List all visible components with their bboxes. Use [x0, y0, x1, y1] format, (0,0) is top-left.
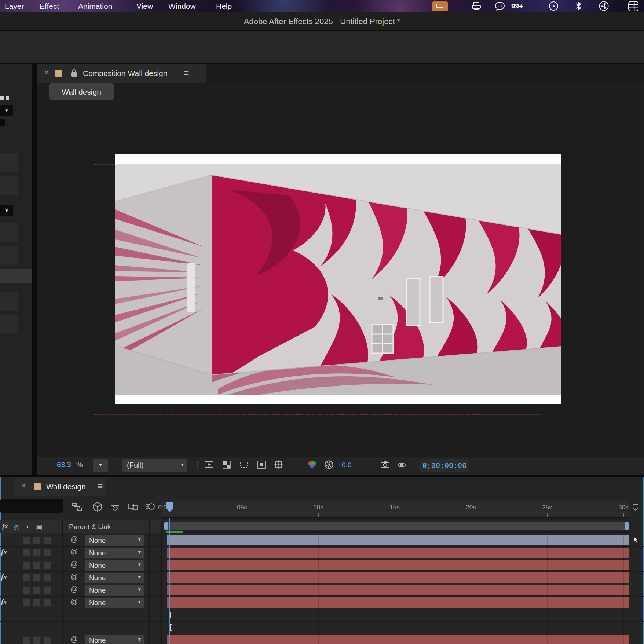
layer-switch[interactable] [33, 561, 41, 569]
parent-link-dropdown[interactable]: None ▾ [84, 635, 144, 644]
transparency-grid-icon[interactable] [222, 460, 231, 469]
rendered-frames-bar [166, 531, 183, 533]
marker-bin-icon[interactable] [632, 503, 640, 511]
trackmatte-column-icon[interactable]: ◑ [25, 523, 29, 531]
layer-switch[interactable] [33, 599, 41, 607]
close-icon[interactable]: × [44, 67, 49, 77]
text-cursor-icon[interactable] [168, 624, 173, 631]
pickwhip-icon[interactable]: @ [70, 548, 78, 556]
parent-link-dropdown[interactable]: None ▾ [84, 572, 144, 583]
comp-name-chip[interactable]: Wall design [49, 83, 114, 100]
parent-link-dropdown[interactable]: None ▾ [84, 535, 144, 546]
parent-link-dropdown[interactable]: None ▾ [84, 548, 144, 559]
frame-blending-icon[interactable] [128, 502, 138, 512]
panel-menu-icon[interactable]: ≡ [183, 67, 189, 78]
layer-switch[interactable] [23, 537, 30, 544]
layer-switch[interactable] [23, 599, 30, 607]
work-area-end-handle[interactable] [625, 522, 629, 530]
layer-switch[interactable] [33, 549, 41, 557]
composition-viewport[interactable] [115, 154, 561, 404]
snapshot-camera-icon[interactable] [380, 460, 390, 469]
layer-switch[interactable] [43, 537, 51, 544]
region-of-interest-icon[interactable] [239, 460, 249, 469]
blend-column-icon[interactable]: ◎ [14, 523, 20, 531]
zoom-dropdown[interactable]: ▾ [93, 459, 108, 472]
threed-column-icon[interactable]: ▣ [36, 523, 42, 531]
comp-mini-flowchart-icon[interactable] [72, 502, 82, 512]
layer-duration-bar[interactable] [167, 572, 629, 583]
fast-previews-icon[interactable] [204, 460, 214, 469]
parent-link-dropdown[interactable]: None ▾ [84, 597, 144, 608]
menu-layer[interactable]: Layer [5, 0, 24, 12]
collapsed-dropdown[interactable]: ▾ [0, 105, 13, 116]
show-snapshot-icon[interactable] [397, 460, 406, 469]
layer-switch[interactable] [23, 586, 30, 594]
layer-switch[interactable] [33, 586, 41, 594]
text-cursor-icon[interactable] [168, 611, 173, 619]
panel-row-selected[interactable] [0, 269, 32, 283]
printer-icon[interactable] [472, 2, 481, 10]
layer-switch[interactable] [43, 599, 51, 607]
bluetooth-icon[interactable] [574, 1, 583, 11]
work-area-start-handle[interactable] [164, 522, 168, 530]
layer-switch[interactable] [23, 636, 30, 644]
layer-switch[interactable] [33, 636, 41, 644]
menu-help[interactable]: Help [216, 0, 232, 12]
layer-duration-bar[interactable] [167, 597, 629, 608]
shy-layers-icon[interactable] [110, 502, 120, 512]
motion-blur-icon[interactable] [145, 502, 155, 512]
mask-visibility-icon[interactable] [257, 460, 266, 469]
menu-view[interactable]: View [136, 0, 153, 12]
layer-duration-bar[interactable] [167, 560, 629, 570]
close-icon[interactable]: × [21, 480, 26, 491]
layer-duration-bar[interactable] [167, 585, 629, 595]
exposure-value[interactable]: +0.0 [338, 461, 352, 469]
pickwhip-icon[interactable]: @ [70, 635, 78, 643]
pickwhip-icon[interactable]: @ [70, 560, 78, 568]
parent-link-header[interactable]: Parent & Link [69, 523, 111, 531]
layer-switch[interactable] [23, 549, 30, 557]
pickwhip-icon[interactable]: @ [70, 597, 78, 606]
pickwhip-icon[interactable]: @ [70, 535, 78, 544]
layer-switch[interactable] [33, 574, 41, 582]
pickwhip-icon[interactable]: @ [70, 572, 78, 581]
layer-duration-bar[interactable] [167, 548, 629, 558]
layer-switch[interactable] [43, 561, 51, 569]
menu-window[interactable]: Window [168, 0, 196, 12]
fan-icon[interactable] [599, 1, 609, 11]
layer-duration-bar[interactable] [167, 635, 629, 644]
pickwhip-icon[interactable]: @ [70, 585, 78, 593]
layer-switch[interactable] [43, 574, 51, 582]
exposure-icon[interactable] [324, 460, 334, 469]
parent-link-dropdown[interactable]: None ▾ [84, 585, 144, 596]
layer-switch[interactable] [33, 537, 41, 544]
panel-menu-icon[interactable]: ≡ [98, 481, 103, 491]
layer-switch[interactable] [43, 549, 51, 557]
draft-3d-icon[interactable] [92, 502, 103, 512]
fx-column-icon[interactable]: fx [2, 522, 8, 530]
layer-switch[interactable] [43, 586, 51, 594]
playhead-line[interactable] [169, 518, 170, 644]
timeline-tab-title[interactable]: Wall design [46, 482, 86, 491]
chat-icon[interactable] [494, 1, 505, 11]
grid-guides-icon[interactable] [274, 460, 283, 469]
timeline-gridline [623, 534, 624, 644]
resolution-dropdown[interactable]: (Full) ▾ [122, 459, 187, 472]
work-area-bar[interactable] [165, 522, 629, 530]
menu-effect[interactable]: Effect [40, 0, 59, 12]
parent-link-dropdown[interactable]: None ▾ [84, 560, 144, 571]
launchpad-grid-icon[interactable] [628, 1, 639, 12]
layer-switch[interactable] [43, 636, 51, 644]
timecode-display[interactable]: 0;00;00;06 [420, 459, 469, 472]
channel-rgb-icon[interactable] [307, 460, 317, 469]
timeline-search-input[interactable] [0, 499, 63, 513]
zoom-value[interactable]: 63.3 [57, 461, 71, 469]
menu-animation[interactable]: Animation [78, 0, 112, 12]
play-circle-icon[interactable] [549, 1, 559, 11]
screen-share-icon[interactable] [432, 1, 448, 11]
layer-switch[interactable] [23, 561, 30, 569]
layer-switch[interactable] [23, 574, 30, 582]
comp-tab-title[interactable]: Composition Wall design [83, 69, 167, 78]
collapsed-dropdown[interactable]: ▾ [0, 205, 13, 216]
layer-duration-bar[interactable] [167, 535, 629, 545]
